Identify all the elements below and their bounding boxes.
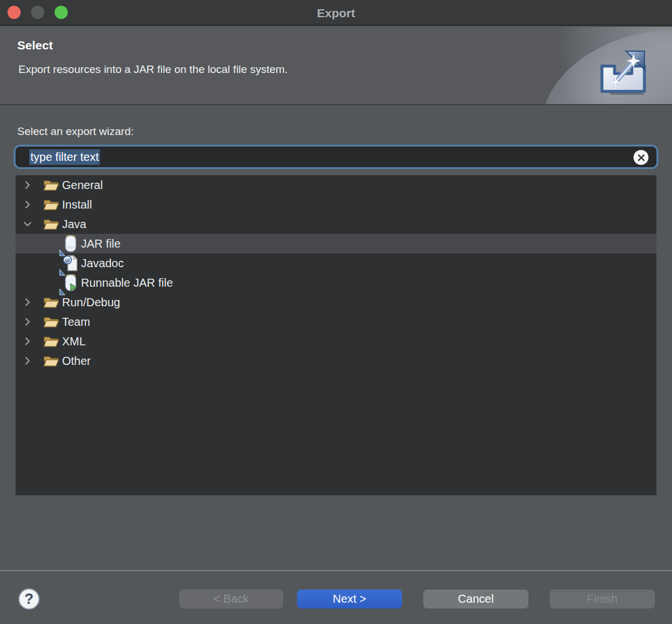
cancel-button[interactable]: Cancel xyxy=(423,590,528,608)
chevron-right-icon[interactable] xyxy=(22,316,33,328)
folder-icon xyxy=(43,217,60,232)
javadoc-export-icon: @ xyxy=(59,255,79,272)
jar-export-banner-icon xyxy=(596,44,654,98)
footer-separator xyxy=(0,570,672,571)
help-icon: ? xyxy=(25,590,34,608)
titlebar: Export xyxy=(0,0,672,26)
wizard-banner: Select Export resources into a JAR file … xyxy=(0,27,672,105)
back-button[interactable]: < Back xyxy=(179,590,283,608)
folder-icon xyxy=(43,178,60,192)
tree-row-label: General xyxy=(62,179,103,192)
tree-row-label: XML xyxy=(62,335,86,348)
finish-button[interactable]: Finish xyxy=(550,590,655,608)
tree-row[interactable]: Runnable JAR file xyxy=(16,273,656,292)
next-button[interactable]: Next > xyxy=(297,590,402,608)
export-dialog: Export Select Export resources into a JA… xyxy=(0,0,672,624)
tree-row-label: Install xyxy=(62,198,92,211)
chevron-right-icon[interactable] xyxy=(22,296,33,308)
tree-row[interactable]: Install xyxy=(16,195,656,214)
tree-row-label: Team xyxy=(62,315,90,329)
tree-row-label: Java xyxy=(62,218,86,231)
window-title: Export xyxy=(0,0,672,26)
tree-row[interactable]: Other xyxy=(16,351,656,371)
tree-row[interactable]: General xyxy=(16,175,656,195)
help-button[interactable]: ? xyxy=(18,588,40,610)
tree-row-label: Runnable JAR file xyxy=(81,276,173,290)
folder-icon xyxy=(43,295,60,310)
clear-filter-icon[interactable] xyxy=(634,150,648,165)
tree-row-label: Other xyxy=(62,355,91,368)
folder-icon xyxy=(43,197,60,212)
folder-icon xyxy=(43,353,60,368)
chevron-right-icon[interactable] xyxy=(22,199,33,210)
tree-row[interactable]: Run/Debug xyxy=(16,292,656,312)
chevron-right-icon[interactable] xyxy=(22,336,33,347)
folder-icon xyxy=(43,314,60,329)
chevron-down-icon[interactable] xyxy=(22,218,33,230)
export-wizard-label: Select an export wizard: xyxy=(17,125,134,138)
page-title: Select xyxy=(17,38,53,52)
tree-row[interactable]: Java xyxy=(16,214,656,234)
tree-row[interactable]: Team xyxy=(16,312,656,332)
export-wizard-tree: GeneralInstallJavaJAR file@JavadocRunnab… xyxy=(16,175,656,495)
chevron-right-icon[interactable] xyxy=(22,355,33,367)
tree-row[interactable]: XML xyxy=(16,332,656,351)
tree-row[interactable]: @Javadoc xyxy=(16,253,656,273)
jar-export-icon xyxy=(59,235,79,252)
folder-icon xyxy=(43,334,60,349)
page-description: Export resources into a JAR file on the … xyxy=(18,63,288,76)
runnable-jar-export-icon xyxy=(59,274,79,291)
tree-row-label: Javadoc xyxy=(81,257,124,270)
tree-row-label: Run/Debug xyxy=(62,296,120,309)
svg-text:@: @ xyxy=(64,257,70,264)
chevron-right-icon[interactable] xyxy=(22,179,33,191)
tree-row[interactable]: JAR file xyxy=(16,234,656,253)
filter-input[interactable]: type filter text xyxy=(14,145,658,169)
filter-text-selected: type filter text xyxy=(29,149,100,165)
tree-row-label: JAR file xyxy=(81,237,121,251)
